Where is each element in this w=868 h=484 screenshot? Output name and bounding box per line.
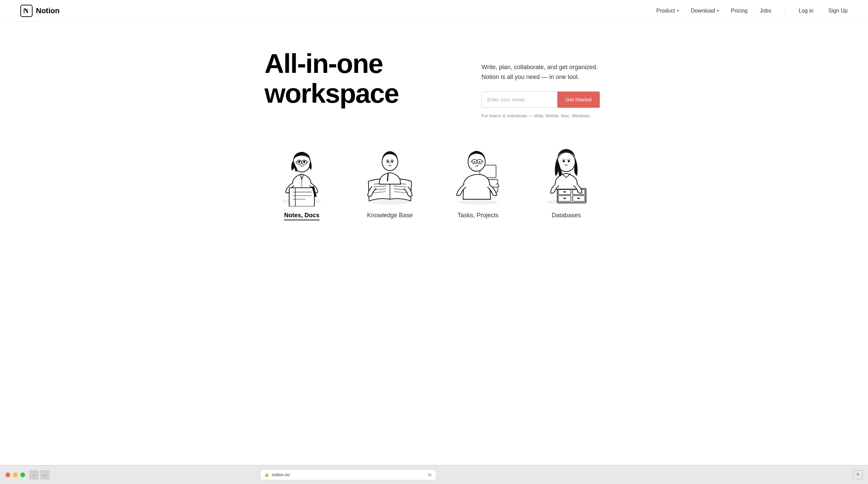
maximize-window-button[interactable] [20,472,25,477]
svg-point-17 [300,163,301,164]
back-button[interactable]: ‹ [29,470,39,480]
browser-nav: ‹ › [29,470,50,480]
svg-rect-55 [577,198,580,199]
nav-item-pricing[interactable]: Pricing [731,8,748,14]
nav-item-download[interactable]: Download ▾ [691,8,719,14]
svg-point-58 [568,160,570,162]
svg-rect-3 [289,188,314,206]
svg-line-43 [482,161,484,161]
feature-label-tasks: Tasks, Projects [457,212,498,219]
hero-desc-line2: Notion is all you need — in one tool. [481,74,579,80]
email-input[interactable] [481,92,557,108]
hero-right: Write, plan, collaborate, and get organi… [481,49,600,118]
nav-item-jobs[interactable]: Jobs [760,8,771,14]
tasks-illustration [444,145,512,206]
hero-description: Write, plan, collaborate, and get organi… [481,62,600,82]
svg-point-30 [382,153,398,170]
forward-button[interactable]: › [40,470,50,480]
svg-line-16 [307,162,308,162]
platforms-text: For teams & individuals — Web, Mobile, M… [481,113,600,118]
hero-desc-line1: Write, plan, collaborate, and get organi… [481,64,598,70]
svg-line-41 [471,161,472,161]
hero-title: All-in-one workspace [264,49,454,108]
nav-divider [785,7,785,14]
download-chevron: ▾ [717,9,719,13]
svg-point-19 [370,199,410,204]
browser-chrome: ‹ › 🔒 notion.so ↻ + [0,465,868,484]
lock-icon: 🔒 [264,472,269,477]
nav-item-product[interactable]: Product ▾ [656,8,678,14]
feature-label-db: Databases [552,212,581,219]
jobs-label: Jobs [760,8,771,14]
pricing-label: Pricing [731,8,748,14]
svg-rect-54 [564,198,566,199]
product-chevron: ▾ [677,9,679,13]
databases-illustration [532,145,600,206]
svg-line-29 [388,173,388,181]
product-label: Product [656,8,675,14]
browser-window-buttons [5,472,25,477]
hero-form: Get Started [481,92,600,108]
feature-label-kb: Knowledge Base [367,212,413,219]
nav-links: Product ▾ Download ▾ Pricing Jobs [656,7,848,14]
logo-icon [20,5,33,17]
signup-label: Sign Up [828,8,848,14]
new-tab-button[interactable]: + [853,470,863,480]
download-label: Download [691,8,715,14]
logo-link[interactable]: Notion [20,5,60,17]
notes-docs-illustration [268,145,336,206]
svg-point-10 [298,161,300,163]
close-window-button[interactable] [5,472,10,477]
svg-point-45 [479,161,480,162]
features-section: Notes, Docs [197,132,671,241]
reload-button[interactable]: ↻ [428,472,432,478]
feature-tasks[interactable]: Tasks, Projects [444,145,512,220]
logo-text: Notion [36,6,60,15]
minimize-window-button[interactable] [13,472,18,477]
hero-section: All-in-one workspace Write, plan, collab… [197,22,671,132]
svg-point-11 [303,161,305,163]
svg-point-57 [563,160,565,162]
svg-line-14 [295,162,297,162]
feature-databases[interactable]: Databases [532,145,600,220]
svg-point-35 [458,199,498,204]
page: Notion Product ▾ Download ▾ Pricing [0,0,868,465]
svg-point-34 [392,161,393,162]
feature-knowledge-base[interactable]: Knowledge Base [356,145,424,220]
knowledge-base-illustration [356,145,424,206]
url-bar[interactable]: 🔒 notion.so ↻ [260,469,436,480]
get-started-button[interactable]: Get Started [557,92,600,108]
login-label: Log in [798,8,813,14]
svg-rect-52 [564,191,566,192]
feature-label-notes: Notes, Docs [284,212,319,220]
svg-point-33 [387,161,388,162]
feature-notes-docs[interactable]: Notes, Docs [268,145,336,220]
nav-item-signup[interactable]: Sign Up [826,8,848,14]
navbar: Notion Product ▾ Download ▾ Pricing [0,0,868,22]
svg-point-44 [474,161,475,162]
nav-item-login[interactable]: Log in [798,8,813,14]
url-text: notion.so [272,472,290,477]
svg-point-18 [302,163,303,164]
